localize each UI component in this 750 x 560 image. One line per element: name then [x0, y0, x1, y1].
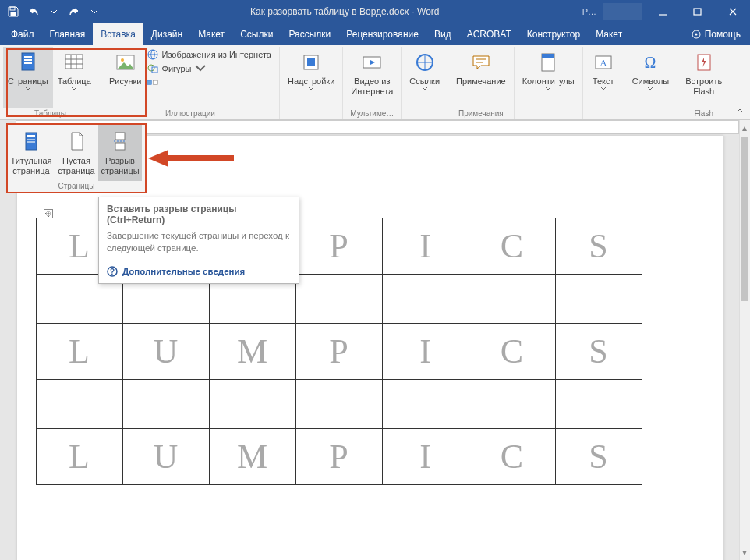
- comment-button[interactable]: Примечание: [451, 47, 511, 108]
- svg-point-11: [121, 58, 124, 62]
- svg-rect-18: [307, 58, 315, 66]
- vertical-scrollbar[interactable]: ▴ ▾: [739, 120, 750, 560]
- maximize-button[interactable]: [680, 0, 715, 23]
- tab-mailings[interactable]: Рассылки: [281, 23, 338, 45]
- chevron-down-icon: [308, 87, 314, 91]
- svg-text:A: A: [600, 57, 607, 69]
- redo-button[interactable]: [64, 1, 84, 23]
- table-row: [37, 380, 642, 429]
- tab-references[interactable]: Ссылки: [232, 23, 281, 45]
- headers-button[interactable]: Колонтитулы: [518, 47, 579, 108]
- cover-page-button[interactable]: Титульная страница: [8, 125, 55, 181]
- page-break-button[interactable]: Разрыв страницы: [98, 125, 142, 181]
- svg-rect-2: [694, 9, 701, 15]
- tab-layout[interactable]: Макет: [190, 23, 232, 45]
- table-row: LUMPICS: [37, 324, 642, 380]
- tab-acrobat[interactable]: ACROBAT: [459, 23, 519, 45]
- chevron-down-icon: [25, 87, 31, 91]
- picture-icon: [113, 50, 138, 75]
- tooltip: Вставить разрыв страницы (Ctrl+Return) З…: [98, 197, 299, 284]
- globe-icon: [147, 48, 159, 61]
- ribbon: Страницы Таблица Таблицы Рисунки Изо: [0, 45, 750, 120]
- svg-point-13: [148, 65, 154, 71]
- omega-icon: Ω: [638, 50, 663, 75]
- group-label-media: Мультиме…: [346, 108, 398, 119]
- svg-rect-9: [65, 55, 83, 69]
- shapes-icon: [147, 62, 159, 75]
- svg-rect-29: [27, 135, 35, 137]
- scroll-thumb[interactable]: [741, 137, 748, 301]
- svg-rect-15: [147, 80, 151, 84]
- annotation-arrow: [148, 148, 234, 168]
- chevron-down-icon: [545, 87, 551, 91]
- table-button[interactable]: Таблица: [53, 47, 96, 108]
- chevron-down-icon: [600, 87, 607, 91]
- tell-me[interactable]: Помощь: [681, 23, 750, 45]
- textbox-icon: A: [591, 50, 616, 75]
- tab-design[interactable]: Дизайн: [143, 23, 190, 45]
- undo-dropdown[interactable]: [44, 1, 64, 23]
- online-video-button[interactable]: Видео из Интернета: [346, 47, 398, 108]
- online-pictures-button[interactable]: Изображения из Интернета: [147, 48, 271, 61]
- save-button[interactable]: [3, 1, 23, 23]
- svg-rect-33: [115, 143, 125, 150]
- scroll-up-button[interactable]: ▴: [739, 122, 750, 134]
- addins-button[interactable]: Надстройки: [283, 47, 339, 108]
- undo-button[interactable]: [23, 1, 44, 23]
- video-icon: [359, 50, 384, 75]
- svg-rect-22: [542, 54, 554, 58]
- help-label: Помощь: [705, 29, 741, 40]
- flash-button[interactable]: Встроить Flash: [681, 47, 727, 108]
- chevron-down-icon: [422, 87, 428, 91]
- blank-page-icon: [64, 129, 89, 154]
- pages-dropdown-panel: Титульная страница Пустая страница Разры…: [6, 123, 147, 193]
- blank-page-button[interactable]: Пустая страница: [55, 125, 98, 181]
- illustrations-more[interactable]: [147, 76, 271, 89]
- menu-bar: Файл Главная Вставка Дизайн Макет Ссылки…: [0, 23, 750, 45]
- close-button[interactable]: [715, 0, 750, 23]
- quick-access-toolbar: [0, 1, 108, 23]
- addins-icon: [299, 50, 324, 75]
- svg-rect-30: [27, 139, 35, 140]
- chevron-down-icon: [647, 87, 653, 91]
- scroll-down-button[interactable]: ▾: [739, 546, 750, 558]
- help-icon: ?: [107, 266, 118, 277]
- link-icon: [412, 50, 437, 75]
- table-move-handle[interactable]: [44, 209, 53, 218]
- tab-review[interactable]: Рецензирование: [338, 23, 426, 45]
- tab-home[interactable]: Главная: [42, 23, 94, 45]
- chevron-down-icon: [71, 87, 77, 91]
- svg-rect-1: [11, 12, 16, 16]
- table-row: LUMPICS: [37, 429, 642, 485]
- comment-icon: [469, 50, 494, 75]
- collapse-ribbon-button[interactable]: [733, 104, 747, 118]
- tab-file[interactable]: Файл: [3, 23, 42, 45]
- svg-rect-7: [24, 59, 32, 61]
- minimize-button[interactable]: [645, 0, 680, 23]
- tooltip-more-link[interactable]: ? Дополнительные сведения: [107, 261, 291, 277]
- text-button[interactable]: A Текст: [586, 47, 621, 108]
- group-label-flash: Flash: [681, 108, 727, 119]
- shapes-button[interactable]: Фигуры: [147, 62, 271, 75]
- tab-table-layout[interactable]: Макет: [588, 23, 630, 45]
- group-label-tables: Таблицы: [3, 108, 97, 119]
- qat-customize[interactable]: [84, 1, 104, 23]
- user-account[interactable]: [603, 3, 642, 20]
- links-button[interactable]: Ссылки: [405, 47, 444, 108]
- tab-insert[interactable]: Вставка: [93, 23, 143, 45]
- table-icon: [62, 50, 87, 75]
- chevron-down-icon: [194, 62, 207, 75]
- more-row-icon: [147, 76, 159, 89]
- svg-rect-16: [153, 80, 157, 84]
- flash-icon: [692, 50, 716, 75]
- pictures-button[interactable]: Рисунки: [104, 47, 147, 108]
- tab-view[interactable]: Вид: [426, 23, 459, 45]
- tooltip-title: Вставить разрыв страницы (Ctrl+Return): [107, 204, 291, 225]
- svg-text:?: ?: [110, 268, 115, 276]
- svg-text:Ω: Ω: [645, 54, 656, 71]
- symbols-button[interactable]: Ω Символы: [628, 47, 674, 108]
- page-break-icon: [108, 129, 133, 154]
- tab-table-design[interactable]: Конструктор: [519, 23, 588, 45]
- svg-rect-8: [24, 62, 32, 64]
- pages-button[interactable]: Страницы: [3, 47, 53, 108]
